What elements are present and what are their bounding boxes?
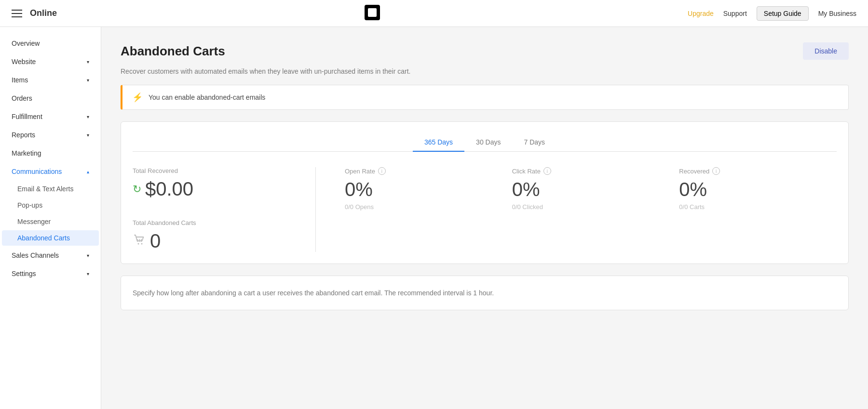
total-recovered-block: Total Recovered ↻ $0.00: [133, 167, 296, 200]
svg-rect-1: [368, 8, 377, 17]
chevron-down-icon: ▾: [87, 78, 89, 83]
stats-right: Open Rate i 0% 0/0 Opens Click Rate i 0%: [316, 167, 837, 252]
tab-365-days[interactable]: 365 Days: [413, 133, 464, 152]
sidebar-item-popups[interactable]: Pop-ups: [2, 198, 99, 213]
open-rate-sub: 0/0 Opens: [345, 203, 493, 211]
chevron-down-icon: ▾: [87, 271, 89, 277]
sidebar-item-reports[interactable]: Reports ▾: [2, 126, 99, 144]
chevron-down-icon: ▾: [87, 132, 89, 138]
alert-banner: ⚡ You can enable abandoned-cart emails: [121, 85, 849, 110]
tab-30-days[interactable]: 30 Days: [464, 133, 512, 152]
sidebar-item-sales-channels[interactable]: Sales Channels ▾: [2, 247, 99, 264]
support-link[interactable]: Support: [723, 10, 747, 17]
svg-point-2: [138, 243, 139, 244]
menu-button[interactable]: [12, 10, 22, 17]
sidebar-item-email-text-alerts[interactable]: Email & Text Alerts: [2, 181, 99, 197]
brand-name: Online: [30, 8, 57, 18]
page-header: Abandoned Carts Disable: [121, 42, 849, 60]
spec-card-text: Specify how long after abandoning a cart…: [133, 288, 837, 298]
stats-left: Total Recovered ↻ $0.00 Total Abandoned …: [133, 167, 316, 252]
click-rate-value: 0%: [512, 179, 660, 200]
stats-grid: Total Recovered ↻ $0.00 Total Abandoned …: [133, 167, 837, 252]
recovered-info-icon[interactable]: i: [712, 167, 720, 175]
chevron-down-icon: ▾: [87, 114, 89, 119]
stats-card: 365 Days 30 Days 7 Days Total Recovered …: [121, 121, 849, 264]
open-rate-info-icon[interactable]: i: [378, 167, 386, 175]
sidebar-item-settings[interactable]: Settings ▾: [2, 265, 99, 282]
sidebar: Overview Website ▾ Items ▾ Orders Fulfil…: [0, 27, 101, 409]
sidebar-item-website[interactable]: Website ▾: [2, 53, 99, 70]
sidebar-item-orders[interactable]: Orders: [2, 90, 99, 107]
total-recovered-label: Total Recovered: [133, 167, 296, 174]
click-rate-sub: 0/0 Clicked: [512, 203, 660, 211]
main-content: Abandoned Carts Disable Recover customer…: [101, 27, 868, 409]
total-recovered-row: ↻ $0.00: [133, 178, 296, 200]
alert-text: You can enable abandoned-cart emails: [149, 93, 265, 101]
setup-guide-button[interactable]: Setup Guide: [757, 6, 809, 21]
sidebar-item-overview[interactable]: Overview: [2, 35, 99, 52]
time-tabs: 365 Days 30 Days 7 Days: [133, 133, 837, 152]
sidebar-item-abandoned-carts[interactable]: Abandoned Carts: [2, 230, 99, 246]
total-abandoned-carts-block: Total Abandoned Carts: [133, 219, 296, 252]
cart-icon: [133, 233, 146, 250]
top-nav-right: Upgrade Support Setup Guide My Business: [688, 6, 856, 21]
sidebar-item-items[interactable]: Items ▾: [2, 71, 99, 89]
click-rate-block: Click Rate i 0% 0/0 Clicked: [502, 167, 670, 252]
chevron-down-icon: ▾: [87, 59, 89, 65]
total-abandoned-carts-value: 0: [150, 230, 161, 252]
sidebar-item-fulfillment[interactable]: Fulfillment ▾: [2, 108, 99, 125]
open-rate-block: Open Rate i 0% 0/0 Opens: [335, 167, 502, 252]
top-navigation: Online Upgrade Support Setup Guide My Bu…: [0, 0, 868, 27]
svg-point-3: [141, 243, 143, 244]
recovered-label: Recovered i: [679, 167, 827, 175]
disable-button[interactable]: Disable: [803, 42, 849, 60]
upgrade-link[interactable]: Upgrade: [688, 10, 714, 17]
chevron-up-icon: ▴: [87, 169, 89, 174]
refresh-icon: ↻: [133, 183, 141, 196]
open-rate-value: 0%: [345, 179, 493, 200]
total-abandoned-carts-label: Total Abandoned Carts: [133, 219, 296, 226]
click-rate-label: Click Rate i: [512, 167, 660, 175]
my-business-link[interactable]: My Business: [818, 10, 856, 17]
recovered-sub: 0/0 Carts: [679, 203, 827, 211]
click-rate-info-icon[interactable]: i: [543, 167, 551, 175]
top-nav-left: Online: [12, 8, 57, 18]
spec-card: Specify how long after abandoning a cart…: [121, 276, 849, 310]
sidebar-item-messenger[interactable]: Messenger: [2, 214, 99, 229]
total-abandoned-carts-row: 0: [133, 230, 296, 252]
chevron-down-icon: ▾: [87, 253, 89, 258]
open-rate-label: Open Rate i: [345, 167, 493, 175]
total-recovered-value: $0.00: [145, 178, 193, 200]
recovered-block: Recovered i 0% 0/0 Carts: [669, 167, 837, 252]
square-logo: [364, 4, 381, 23]
sidebar-item-marketing[interactable]: Marketing: [2, 145, 99, 162]
lightning-icon: ⚡: [132, 92, 143, 103]
page-description: Recover customers with automated emails …: [121, 67, 849, 75]
tab-7-days[interactable]: 7 Days: [512, 133, 556, 152]
recovered-value: 0%: [679, 179, 827, 200]
layout: Overview Website ▾ Items ▾ Orders Fulfil…: [0, 0, 868, 409]
sidebar-item-communications[interactable]: Communications ▴: [2, 163, 99, 180]
page-title: Abandoned Carts: [121, 44, 225, 59]
